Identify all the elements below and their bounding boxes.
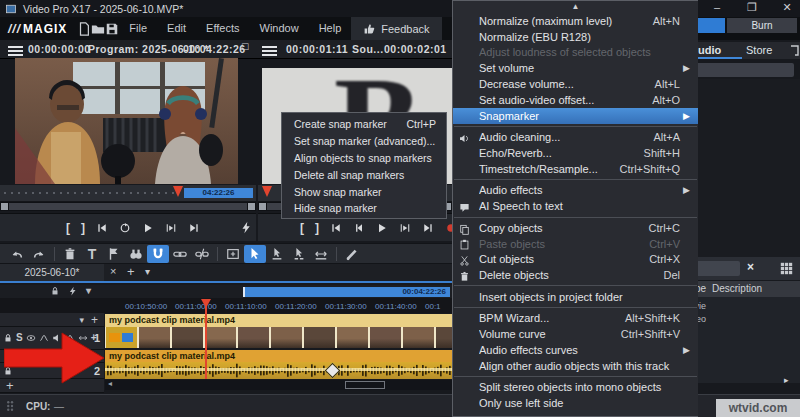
bracket-close-button[interactable]: ] bbox=[311, 222, 323, 234]
menu-item-audio-cleaning[interactable]: Audio cleaning...Alt+A bbox=[453, 129, 698, 145]
magnet-button[interactable] bbox=[147, 245, 169, 263]
add-project-icon[interactable]: + bbox=[127, 264, 135, 279]
zoom-frame-button[interactable] bbox=[222, 245, 244, 263]
new-document-button[interactable] bbox=[77, 21, 91, 33]
flag-button[interactable] bbox=[103, 245, 125, 263]
tab-store[interactable]: Store bbox=[746, 44, 772, 56]
menu-item-delete-objects[interactable]: Delete objectsDel bbox=[453, 267, 698, 283]
program-monitor-video[interactable] bbox=[15, 58, 238, 184]
program-marker-flag[interactable] bbox=[173, 186, 183, 197]
menu-item-split-stereo-objects-into-mono-objects[interactable]: Split stereo objects into mono objects bbox=[453, 379, 698, 395]
feedback-button[interactable]: Feedback bbox=[351, 17, 441, 40]
menu-item-paste-objects[interactable]: Paste objectsCtrl+V bbox=[453, 236, 698, 252]
program-range-bar[interactable]: 04:22:26 bbox=[184, 188, 253, 198]
trash-button[interactable] bbox=[59, 245, 81, 263]
bracket-open-button[interactable]: [ bbox=[62, 222, 74, 234]
to-start-button[interactable] bbox=[92, 222, 112, 234]
menu-file[interactable]: File bbox=[119, 22, 157, 34]
zap-button[interactable] bbox=[68, 285, 78, 296]
menu-item-audio-effects-curves[interactable]: Audio effects curves▶ bbox=[453, 342, 698, 358]
source-marker-flag[interactable] bbox=[262, 186, 272, 197]
tab-burn[interactable]: Burn bbox=[727, 18, 797, 33]
track1-collapse-icon[interactable]: ▾ bbox=[79, 315, 84, 325]
menu-item-echo-reverb[interactable]: Echo/Reverb...Shift+H bbox=[453, 145, 698, 161]
submenu-item-create-snap-marker[interactable]: Create snap markerCtrl+P bbox=[282, 116, 446, 133]
redo-button[interactable] bbox=[28, 245, 50, 263]
menu-item-set-volume[interactable]: Set volume▶ bbox=[453, 60, 698, 76]
submenu-item-hide-snap-marker[interactable]: Hide snap marker bbox=[282, 200, 446, 217]
play-button[interactable] bbox=[138, 222, 158, 234]
save-button[interactable] bbox=[105, 21, 119, 33]
menu-item-align-other-audio-objects-with-this-track[interactable]: Align other audio objects with this trac… bbox=[453, 358, 698, 374]
to-end-button[interactable] bbox=[184, 222, 204, 234]
open-folder-button[interactable] bbox=[91, 21, 105, 33]
menu-item-timestretch-resample[interactable]: Timestretch/Resample...Ctrl+Shift+Q bbox=[453, 161, 698, 177]
timeline-range-bar[interactable]: 00:04:22:26 bbox=[243, 287, 450, 297]
program-fullscreen-icon[interactable]: ☐ bbox=[241, 42, 249, 52]
chevron-down-button[interactable]: ▾ bbox=[86, 285, 91, 296]
track1-add-icon[interactable]: + bbox=[91, 313, 98, 327]
razor-button[interactable] bbox=[341, 245, 363, 263]
program-monitor-menu-icon[interactable] bbox=[8, 44, 23, 58]
menu-item-ai-speech-to-text[interactable]: AI Speech to text bbox=[453, 198, 698, 214]
timeline-scroll-handle[interactable] bbox=[345, 381, 385, 389]
bracket-open-button[interactable]: [ bbox=[296, 222, 308, 234]
menu-item-snapmarker[interactable]: Snapmarker▶ bbox=[453, 108, 698, 124]
scroll-left-icon[interactable]: ◂ bbox=[108, 379, 112, 388]
lock-button[interactable] bbox=[50, 285, 60, 296]
clear-filter-icon[interactable]: × bbox=[747, 260, 754, 274]
submenu-item-delete-all-snap-markers[interactable]: Delete all snap markers bbox=[282, 166, 446, 183]
prev-marker-button[interactable] bbox=[349, 222, 369, 234]
submenu-item-align-objects-to-snap-markers[interactable]: Align objects to snap markers bbox=[282, 150, 446, 167]
menu-item-decrease-volume[interactable]: Decrease volume...Alt+L bbox=[453, 76, 698, 92]
close-project-icon[interactable]: × bbox=[110, 265, 116, 277]
source-monitor-menu-icon[interactable] bbox=[262, 44, 277, 58]
menu-item-insert-objects-in-project-folder[interactable]: Insert objects in project folder bbox=[453, 289, 698, 305]
to-end-button[interactable] bbox=[418, 222, 438, 234]
jog-icon[interactable] bbox=[240, 218, 253, 236]
restore-button[interactable]: ❐ bbox=[739, 0, 765, 16]
to-start-button[interactable] bbox=[326, 222, 346, 234]
menu-scroll-up[interactable]: ▲ bbox=[453, 1, 698, 13]
submenu-item-set-snap-marker-advanced[interactable]: Set snap marker (advanced)... bbox=[282, 133, 446, 150]
cursor-button[interactable] bbox=[244, 245, 266, 263]
project-tab[interactable]: 2025-06-10* bbox=[0, 264, 104, 281]
menu-item-bpm-wizard[interactable]: BPM Wizard...Alt+Shift+K bbox=[453, 310, 698, 326]
menu-item-cut-objects[interactable]: Cut objectsCtrl+X bbox=[453, 252, 698, 268]
grid-view-icon[interactable] bbox=[780, 262, 793, 275]
bracket-close-button[interactable]: ] bbox=[77, 222, 89, 234]
menu-item-only-use-left-side[interactable]: Only use left side bbox=[453, 395, 698, 411]
project-menu-icon[interactable]: ▾ bbox=[145, 266, 150, 277]
mouse-mode-single-button[interactable] bbox=[266, 245, 288, 263]
link-button[interactable] bbox=[169, 245, 191, 263]
menu-item-copy-objects[interactable]: Copy objectsCtrl+C bbox=[453, 220, 698, 236]
expand-icon[interactable]: ▸ bbox=[784, 375, 789, 385]
play-range-button[interactable] bbox=[161, 222, 181, 234]
play-range-button[interactable] bbox=[395, 222, 415, 234]
menu-item-adjust-loudness-of-selected-objects[interactable]: Adjust loudness of selected objects bbox=[453, 45, 698, 61]
menu-item-normalize-maximum-level[interactable]: Normalize (maximum level)Alt+N bbox=[453, 13, 698, 29]
panel-corner-icon[interactable] bbox=[790, 45, 799, 56]
undo-button[interactable] bbox=[6, 245, 28, 263]
menu-item-volume-curve[interactable]: Volume curveCtrl+Shift+V bbox=[453, 326, 698, 342]
menu-item-normalize-ebu-r128[interactable]: Normalize (EBU R128) bbox=[453, 29, 698, 45]
menu-effects[interactable]: Effects bbox=[196, 22, 249, 34]
program-scrollbar[interactable] bbox=[0, 202, 256, 211]
description-column-header[interactable]: Description bbox=[712, 283, 762, 294]
play-button[interactable] bbox=[372, 222, 392, 234]
menu-help[interactable]: Help bbox=[309, 22, 352, 34]
menu-window[interactable]: Window bbox=[250, 22, 309, 34]
program-scrub-ruler[interactable]: 04:22:26 bbox=[0, 185, 256, 202]
minimize-button[interactable]: – bbox=[704, 0, 730, 16]
mouse-mode-group-button[interactable] bbox=[288, 245, 310, 263]
text-button[interactable]: T bbox=[81, 245, 103, 263]
close-button[interactable]: ✕ bbox=[774, 0, 800, 16]
mouse-mode-stretch-button[interactable] bbox=[310, 245, 332, 263]
menu-item-audio-effects[interactable]: Audio effects▶ bbox=[453, 183, 698, 199]
submenu-item-show-snap-marker[interactable]: Show snap marker bbox=[282, 183, 446, 200]
link-broken-button[interactable] bbox=[191, 245, 213, 263]
menu-edit[interactable]: Edit bbox=[157, 22, 196, 34]
binoculars-button[interactable] bbox=[125, 245, 147, 263]
loop-button[interactable] bbox=[115, 222, 135, 234]
menu-item-set-audio-video-offset[interactable]: Set audio-video offset...Alt+O bbox=[453, 92, 698, 108]
